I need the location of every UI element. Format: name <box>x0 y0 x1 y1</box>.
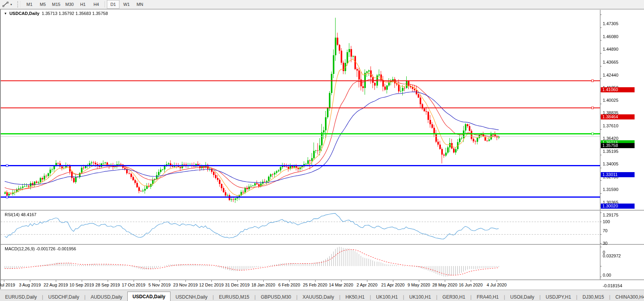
date-axis-label: 28 Sep 2019 <box>95 283 120 287</box>
macd-axis-tick: 0.032972 <box>603 253 621 258</box>
timeframe-toolbar: ▼ M1M5M15M30H1H4D1W1MN <box>0 0 644 9</box>
toolbar-separator <box>105 1 105 7</box>
collapse-triangle-icon: ▼ <box>4 12 7 15</box>
timeframe-buttons: M1M5M15M30H1H4D1W1MN <box>23 0 147 9</box>
rsi-axis-tick: 70 <box>603 228 607 233</box>
timeframe-button-d1[interactable]: D1 <box>107 0 119 9</box>
date-tick-mark <box>419 280 419 282</box>
date-axis-label: 5 Nov 2019 <box>149 283 171 287</box>
price-axis-tick: 1.42440 <box>603 73 618 77</box>
price-axis-tick: 1.47305 <box>603 21 618 26</box>
rsi-indicator-label: RSI(14) 48.4167 <box>5 212 37 217</box>
date-axis-label: 22 Aug 2019 <box>44 283 68 287</box>
date-axis-label: 17 Oct 2019 <box>122 283 145 287</box>
chart-tab-usdjpy-h1[interactable]: USDJPY,H1 <box>541 292 576 301</box>
chart-tab-ger30-h1[interactable]: GER30,H1 <box>437 292 470 301</box>
date-tick-mark <box>211 280 212 282</box>
macd-pane-canvas[interactable] <box>1 245 644 279</box>
timeframe-button-m5[interactable]: M5 <box>37 0 49 9</box>
date-tick-mark <box>471 280 471 282</box>
chart-tab-usdchf-daily[interactable]: USDCHF,Daily <box>43 292 84 301</box>
chart-tab-bar: EURUSD,Daily|USDCHF,Daily|AUDUSD,DailyUS… <box>0 290 644 301</box>
rsi-pane-canvas[interactable] <box>1 211 644 244</box>
date-tick-mark <box>341 280 341 282</box>
chart-tab-usdcnh-daily[interactable]: USDCNH,Daily <box>171 292 213 301</box>
date-tick-mark <box>315 280 316 282</box>
chart-tab-uk100-h1[interactable]: UK100,H1 <box>404 292 436 301</box>
chart-tab-hk50-h1[interactable]: HK50,H1 <box>340 292 370 301</box>
timeframe-button-h4[interactable]: H4 <box>90 0 103 9</box>
date-tick-mark <box>497 280 497 282</box>
line-studies-icon <box>2 2 9 7</box>
date-axis-label: 31 Dec 2019 <box>225 283 250 287</box>
date-tick-mark <box>289 280 290 282</box>
date-axis-label: 23 Nov 2019 <box>173 283 198 287</box>
price-axis-tick: 1.40025 <box>603 98 618 103</box>
chart-tab-dj30-m15[interactable]: DJ30,M15 <box>577 292 609 301</box>
chart-tab-eurusd-daily[interactable]: EURUSD,Daily <box>0 292 42 301</box>
date-tick-mark <box>160 280 160 282</box>
chart-tab-china300-h4[interactable]: CHINA300,H4 <box>610 292 644 301</box>
mt4-terminal: ▼ M1M5M15M30H1H4D1W1MN 16 Jul 20193 Aug … <box>0 0 644 301</box>
rsi-axis-tick: 100 <box>603 219 610 224</box>
chart-symbol-label: USDCAD,Daily <box>9 11 39 16</box>
macd-axis-tick: 0.00 <box>603 273 611 277</box>
price-axis-tick: 1.46080 <box>603 34 618 39</box>
chart-tab-eurusd-m15[interactable]: EURUSD,M15 <box>214 292 254 301</box>
date-axis-label: 28 May 2020 <box>432 283 457 287</box>
price-axis-tick: 1.35195 <box>603 149 618 154</box>
rsi-axis-tick: 30 <box>603 241 607 246</box>
date-tick-mark <box>30 280 30 282</box>
date-tick-mark <box>445 280 445 282</box>
chart-tab-gbpusd-m30[interactable]: GBPUSD,M30 <box>256 292 296 301</box>
price-axis-tick: 1.37610 <box>603 123 618 128</box>
chart-tab-usdcad-daily[interactable]: USDCAD,Daily <box>127 292 170 301</box>
timeframe-button-m1[interactable]: M1 <box>23 0 36 9</box>
date-tick-mark <box>82 280 82 282</box>
date-axis-label: 25 Feb 2020 <box>303 283 327 287</box>
toolbar-drag-handle[interactable] <box>17 1 20 7</box>
price-level-badge: 1.30020 <box>601 204 635 209</box>
chart-tab-audusd-daily[interactable]: AUDUSD,Daily <box>86 292 128 301</box>
date-tick-mark <box>237 280 238 282</box>
date-axis[interactable]: 16 Jul 20193 Aug 201922 Aug 201910 Sep 2… <box>1 280 644 290</box>
date-tick-mark <box>56 280 56 282</box>
price-level-badge: 1.38464 <box>601 114 635 119</box>
timeframe-button-mn[interactable]: MN <box>134 0 146 9</box>
line-studies-tool-button[interactable]: ▼ <box>0 0 15 8</box>
date-axis-label: 9 May 2020 <box>407 283 430 287</box>
timeframe-button-m15[interactable]: M15 <box>50 0 62 9</box>
date-tick-mark <box>367 280 367 282</box>
macd-axis-tick: -0.018154 <box>603 283 622 288</box>
date-axis-label: 14 Mar 2020 <box>329 283 353 287</box>
timeframe-button-h1[interactable]: H1 <box>77 0 89 9</box>
date-tick-mark <box>134 280 134 282</box>
price-axis-tick: 1.31590 <box>603 187 618 192</box>
chart-ohlc-values: 1.35713 1.35792 1.35683 1.35758 <box>42 11 108 16</box>
date-axis-label: 12 Dec 2019 <box>199 283 224 287</box>
date-axis-label: 3 Aug 2019 <box>19 283 41 287</box>
timeframe-button-m30[interactable]: M30 <box>63 0 76 9</box>
chart-tab-fra40-h1[interactable]: FRA40,H1 <box>472 292 504 301</box>
price-axis-tick: 1.43665 <box>603 60 618 64</box>
chevron-down-icon: ▼ <box>10 3 13 6</box>
chart-title: ▼ USDCAD,Daily 1.35713 1.35792 1.35683 1… <box>4 11 108 16</box>
chart-tab-usoil-daily[interactable]: USOil,Daily <box>505 292 539 301</box>
date-axis-label: 21 Apr 2020 <box>381 283 404 287</box>
macd-indicator-label: MACD(12,26,9) -0.001726 -0.001956 <box>5 246 76 251</box>
date-axis-label: 6 Feb 2020 <box>278 283 300 287</box>
price-level-badge: 1.41060 <box>601 87 635 92</box>
date-axis-label: 2 Apr 2020 <box>356 283 377 287</box>
chart-tab-uk100-h1[interactable]: UK100,H1 <box>371 292 403 301</box>
date-axis-label: 16 Jul 2019 <box>0 283 15 287</box>
date-tick-mark <box>393 280 393 282</box>
date-axis-label: 16 Jun 2020 <box>459 283 483 287</box>
date-axis-label: 18 Jan 2020 <box>251 283 275 287</box>
price-axis-tick: 1.29175 <box>603 213 618 217</box>
main-chart-canvas[interactable] <box>1 10 644 210</box>
timeframe-button-w1[interactable]: W1 <box>120 0 133 9</box>
chart-tab-xauusd-daily[interactable]: XAUUSD,Daily <box>297 292 339 301</box>
price-axis-tick: 1.44890 <box>603 47 618 51</box>
date-axis-label: 4 Jul 2020 <box>487 283 507 287</box>
price-level-badge: 1.33011 <box>601 172 635 177</box>
